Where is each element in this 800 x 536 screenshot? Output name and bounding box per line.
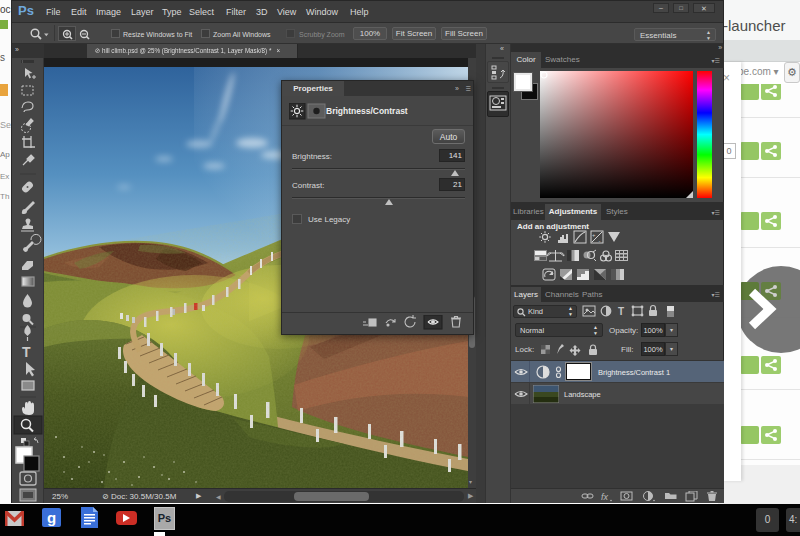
svg-text:+: +	[592, 232, 596, 238]
svg-text:T: T	[618, 306, 624, 317]
svg-text:-: -	[599, 238, 601, 244]
svg-text:fx: fx	[601, 492, 609, 502]
svg-text:T: T	[22, 344, 31, 360]
